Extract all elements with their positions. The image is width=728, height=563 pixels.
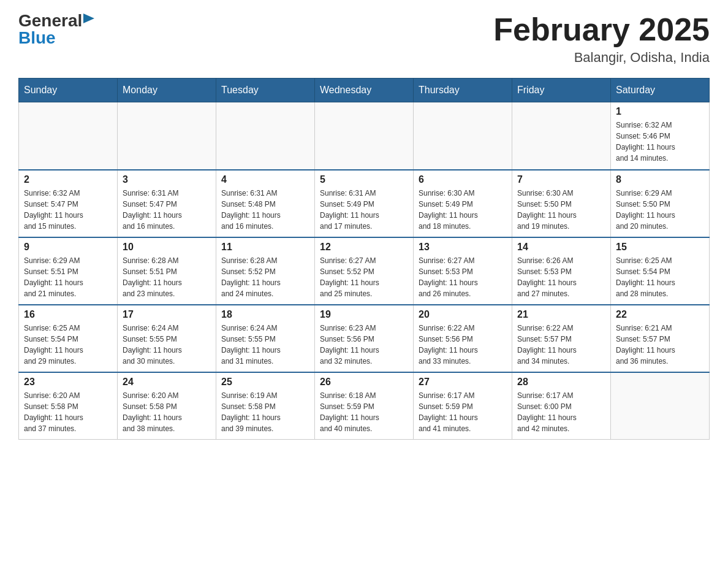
day-number: 4: [221, 174, 309, 185]
day-number: 9: [24, 242, 112, 253]
day-info: Sunrise: 6:29 AM Sunset: 5:50 PM Dayligh…: [616, 188, 704, 232]
day-number: 1: [616, 106, 704, 117]
svg-marker-0: [83, 13, 94, 23]
day-info: Sunrise: 6:23 AM Sunset: 5:56 PM Dayligh…: [320, 323, 408, 367]
day-number: 20: [419, 309, 507, 320]
calendar-header-saturday: Saturday: [611, 79, 710, 102]
day-info: Sunrise: 6:19 AM Sunset: 5:58 PM Dayligh…: [221, 390, 309, 434]
day-number: 21: [517, 309, 605, 320]
calendar-cell: 18Sunrise: 6:24 AM Sunset: 5:55 PM Dayli…: [216, 305, 315, 372]
calendar-cell: 28Sunrise: 6:17 AM Sunset: 6:00 PM Dayli…: [512, 372, 611, 440]
calendar-cell: 9Sunrise: 6:29 AM Sunset: 5:51 PM Daylig…: [19, 237, 118, 305]
day-info: Sunrise: 6:30 AM Sunset: 5:50 PM Dayligh…: [517, 188, 605, 232]
calendar-header-friday: Friday: [512, 79, 611, 102]
day-number: 24: [123, 377, 211, 388]
location: Balangir, Odisha, India: [493, 50, 710, 66]
day-number: 22: [616, 309, 704, 320]
day-info: Sunrise: 6:24 AM Sunset: 5:55 PM Dayligh…: [123, 323, 211, 367]
day-info: Sunrise: 6:28 AM Sunset: 5:52 PM Dayligh…: [221, 255, 309, 299]
calendar-cell: 21Sunrise: 6:22 AM Sunset: 5:57 PM Dayli…: [512, 305, 611, 372]
calendar-cell: 11Sunrise: 6:28 AM Sunset: 5:52 PM Dayli…: [216, 237, 315, 305]
calendar-cell: 6Sunrise: 6:30 AM Sunset: 5:49 PM Daylig…: [414, 170, 512, 237]
calendar-cell: 15Sunrise: 6:25 AM Sunset: 5:54 PM Dayli…: [611, 237, 710, 305]
calendar-header-thursday: Thursday: [414, 79, 512, 102]
day-number: 14: [517, 242, 605, 253]
calendar-cell: 20Sunrise: 6:22 AM Sunset: 5:56 PM Dayli…: [414, 305, 512, 372]
day-number: 27: [419, 377, 507, 388]
day-number: 13: [419, 242, 507, 253]
day-info: Sunrise: 6:32 AM Sunset: 5:46 PM Dayligh…: [616, 120, 704, 164]
day-info: Sunrise: 6:20 AM Sunset: 5:58 PM Dayligh…: [24, 390, 112, 434]
calendar-week-row-4: 16Sunrise: 6:25 AM Sunset: 5:54 PM Dayli…: [19, 305, 710, 372]
calendar-cell: 8Sunrise: 6:29 AM Sunset: 5:50 PM Daylig…: [611, 170, 710, 237]
day-number: 3: [123, 174, 211, 185]
calendar-cell: 3Sunrise: 6:31 AM Sunset: 5:47 PM Daylig…: [118, 170, 216, 237]
day-number: 5: [320, 174, 408, 185]
calendar-cell: 16Sunrise: 6:25 AM Sunset: 5:54 PM Dayli…: [19, 305, 118, 372]
day-info: Sunrise: 6:28 AM Sunset: 5:51 PM Dayligh…: [123, 255, 211, 299]
calendar-cell: 13Sunrise: 6:27 AM Sunset: 5:53 PM Dayli…: [414, 237, 512, 305]
calendar-cell: 22Sunrise: 6:21 AM Sunset: 5:57 PM Dayli…: [611, 305, 710, 372]
day-info: Sunrise: 6:31 AM Sunset: 5:48 PM Dayligh…: [221, 188, 309, 232]
calendar-header-sunday: Sunday: [19, 79, 118, 102]
day-info: Sunrise: 6:27 AM Sunset: 5:52 PM Dayligh…: [320, 255, 408, 299]
day-number: 6: [419, 174, 507, 185]
calendar-header-wednesday: Wednesday: [315, 79, 414, 102]
calendar-cell: 12Sunrise: 6:27 AM Sunset: 5:52 PM Dayli…: [315, 237, 414, 305]
calendar-cell: 17Sunrise: 6:24 AM Sunset: 5:55 PM Dayli…: [118, 305, 216, 372]
calendar-week-row-1: 1Sunrise: 6:32 AM Sunset: 5:46 PM Daylig…: [19, 102, 710, 170]
calendar-cell: 5Sunrise: 6:31 AM Sunset: 5:49 PM Daylig…: [315, 170, 414, 237]
day-number: 18: [221, 309, 309, 320]
logo-flag-icon: [83, 13, 96, 26]
calendar-cell: [315, 102, 414, 170]
logo-blue-text: Blue: [18, 29, 56, 47]
day-info: Sunrise: 6:25 AM Sunset: 5:54 PM Dayligh…: [616, 255, 704, 299]
day-number: 12: [320, 242, 408, 253]
day-number: 28: [517, 377, 605, 388]
day-info: Sunrise: 6:31 AM Sunset: 5:47 PM Dayligh…: [123, 188, 211, 232]
calendar-cell: 10Sunrise: 6:28 AM Sunset: 5:51 PM Dayli…: [118, 237, 216, 305]
calendar-header-tuesday: Tuesday: [216, 79, 315, 102]
calendar-cell: 14Sunrise: 6:26 AM Sunset: 5:53 PM Dayli…: [512, 237, 611, 305]
calendar-cell: 25Sunrise: 6:19 AM Sunset: 5:58 PM Dayli…: [216, 372, 315, 440]
day-info: Sunrise: 6:25 AM Sunset: 5:54 PM Dayligh…: [24, 323, 112, 367]
day-info: Sunrise: 6:32 AM Sunset: 5:47 PM Dayligh…: [24, 188, 112, 232]
calendar-header-monday: Monday: [118, 79, 216, 102]
calendar-cell: 26Sunrise: 6:18 AM Sunset: 5:59 PM Dayli…: [315, 372, 414, 440]
day-number: 10: [123, 242, 211, 253]
day-number: 7: [517, 174, 605, 185]
day-info: Sunrise: 6:17 AM Sunset: 6:00 PM Dayligh…: [517, 390, 605, 434]
day-info: Sunrise: 6:18 AM Sunset: 5:59 PM Dayligh…: [320, 390, 408, 434]
day-info: Sunrise: 6:26 AM Sunset: 5:53 PM Dayligh…: [517, 255, 605, 299]
day-info: Sunrise: 6:20 AM Sunset: 5:58 PM Dayligh…: [123, 390, 211, 434]
calendar-week-row-5: 23Sunrise: 6:20 AM Sunset: 5:58 PM Dayli…: [19, 372, 710, 440]
calendar-cell: 7Sunrise: 6:30 AM Sunset: 5:50 PM Daylig…: [512, 170, 611, 237]
day-info: Sunrise: 6:22 AM Sunset: 5:56 PM Dayligh…: [419, 323, 507, 367]
day-number: 16: [24, 309, 112, 320]
calendar-cell: [512, 102, 611, 170]
calendar-week-row-3: 9Sunrise: 6:29 AM Sunset: 5:51 PM Daylig…: [19, 237, 710, 305]
day-number: 25: [221, 377, 309, 388]
logo-general-text: General: [18, 12, 82, 29]
day-info: Sunrise: 6:17 AM Sunset: 5:59 PM Dayligh…: [419, 390, 507, 434]
day-number: 19: [320, 309, 408, 320]
day-info: Sunrise: 6:31 AM Sunset: 5:49 PM Dayligh…: [320, 188, 408, 232]
calendar-cell: [216, 102, 315, 170]
calendar-cell: 4Sunrise: 6:31 AM Sunset: 5:48 PM Daylig…: [216, 170, 315, 237]
calendar-cell: 23Sunrise: 6:20 AM Sunset: 5:58 PM Dayli…: [19, 372, 118, 440]
day-info: Sunrise: 6:22 AM Sunset: 5:57 PM Dayligh…: [517, 323, 605, 367]
day-number: 23: [24, 377, 112, 388]
title-block: February 2025 Balangir, Odisha, India: [493, 12, 710, 66]
logo: General Blue: [18, 12, 96, 47]
day-number: 2: [24, 174, 112, 185]
calendar-cell: 2Sunrise: 6:32 AM Sunset: 5:47 PM Daylig…: [19, 170, 118, 237]
day-number: 26: [320, 377, 408, 388]
calendar-cell: [414, 102, 512, 170]
day-number: 17: [123, 309, 211, 320]
day-number: 15: [616, 242, 704, 253]
day-number: 11: [221, 242, 309, 253]
calendar-cell: 1Sunrise: 6:32 AM Sunset: 5:46 PM Daylig…: [611, 102, 710, 170]
day-info: Sunrise: 6:29 AM Sunset: 5:51 PM Dayligh…: [24, 255, 112, 299]
day-info: Sunrise: 6:21 AM Sunset: 5:57 PM Dayligh…: [616, 323, 704, 367]
day-number: 8: [616, 174, 704, 185]
